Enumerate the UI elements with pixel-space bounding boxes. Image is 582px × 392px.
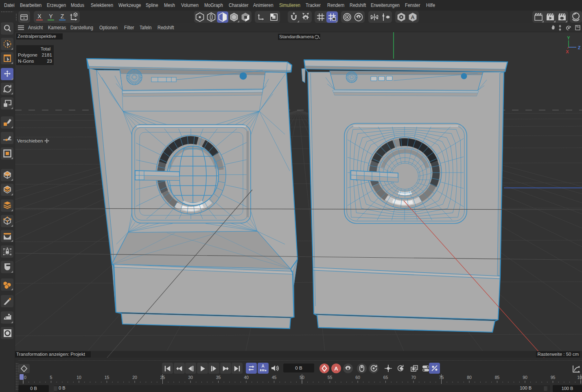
svg-text:15: 15 bbox=[105, 375, 109, 380]
svg-text:70: 70 bbox=[411, 375, 416, 380]
svg-text:90: 90 bbox=[523, 375, 527, 380]
svg-text:75: 75 bbox=[439, 375, 444, 380]
svg-text:20: 20 bbox=[132, 375, 137, 380]
svg-text:80: 80 bbox=[467, 375, 472, 380]
svg-text:35: 35 bbox=[216, 375, 221, 380]
svg-text:Y: Y bbox=[567, 35, 570, 40]
svg-text:A: A bbox=[411, 14, 415, 20]
svg-text:25: 25 bbox=[160, 375, 165, 380]
svg-text:45: 45 bbox=[272, 375, 277, 380]
svg-text:Y: Y bbox=[49, 13, 53, 20]
svg-text:60: 60 bbox=[355, 375, 360, 380]
svg-text:5: 5 bbox=[50, 375, 53, 380]
svg-text:85: 85 bbox=[495, 375, 500, 380]
svg-text:X: X bbox=[37, 13, 42, 20]
svg-text:30: 30 bbox=[188, 375, 193, 380]
svg-text:95: 95 bbox=[551, 375, 556, 380]
svg-text:Z: Z bbox=[61, 13, 64, 20]
svg-text:40: 40 bbox=[244, 375, 249, 380]
svg-text:Z: Z bbox=[578, 45, 581, 50]
svg-text:X: X bbox=[566, 49, 569, 54]
svg-text:A: A bbox=[261, 364, 264, 368]
svg-text:0: 0 bbox=[24, 375, 26, 380]
svg-text:55: 55 bbox=[328, 375, 333, 380]
svg-text:100: 100 bbox=[577, 375, 582, 380]
svg-text:50: 50 bbox=[300, 375, 304, 380]
svg-text:10: 10 bbox=[77, 375, 81, 380]
svg-text:A: A bbox=[334, 366, 338, 372]
svg-text:65: 65 bbox=[383, 375, 388, 380]
